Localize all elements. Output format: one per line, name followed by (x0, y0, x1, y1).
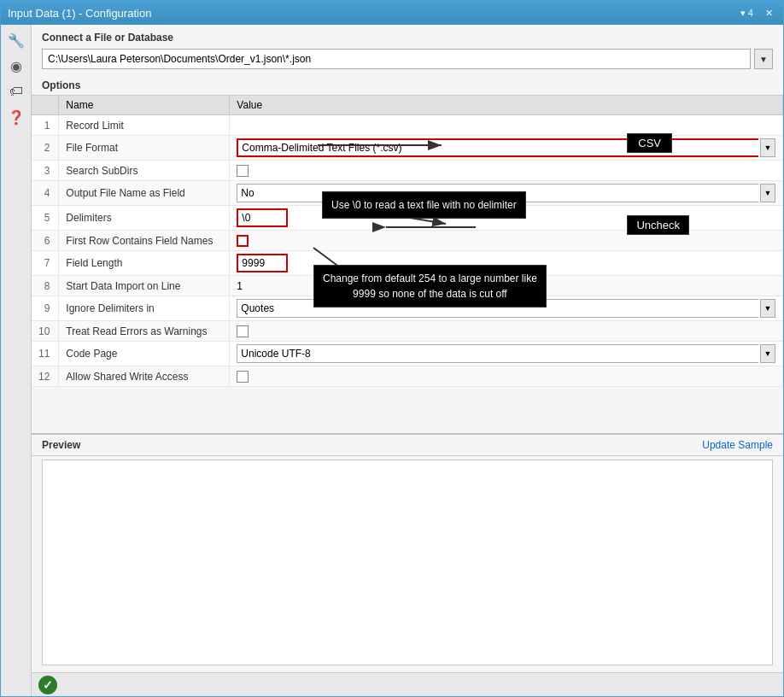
delimiters-input[interactable] (237, 208, 288, 227)
row-name: Allow Shared Write Access (59, 366, 230, 387)
row-name: Delimiters (59, 206, 230, 231)
first-row-cell (237, 235, 775, 247)
preview-section: Preview Update Sample (32, 433, 783, 672)
uncheck-annotation: Uncheck (627, 215, 689, 235)
row-num: 1 (32, 115, 59, 136)
row-value (230, 231, 783, 251)
bottom-bar: ✓ (32, 672, 783, 696)
row-name: Ignore Delimiters in (59, 296, 230, 321)
row-num: 6 (32, 231, 59, 251)
code-page-dropdown[interactable]: Unicode UTF-8 ▼ (237, 344, 775, 363)
row-value: Comma-Delimited Text Files (*.csv) ▼ (230, 136, 783, 161)
file-format-dropdown-btn[interactable]: ▼ (760, 138, 775, 157)
field-length-input[interactable] (237, 254, 288, 272)
left-toolbar: 🔧 ◉ 🏷 ❓ (1, 25, 32, 696)
treat-read-errors-cell (237, 325, 775, 337)
connect-section: Connect a File or Database ▼ (32, 25, 783, 76)
row-value: Unicode UTF-8 ▼ (230, 342, 783, 366)
table-row: 1 Record Limit (32, 115, 783, 136)
row-name: Record Limit (59, 115, 230, 136)
row-name: Output File Name as Field (59, 181, 230, 206)
status-icon: ✓ (38, 676, 57, 694)
row-num: 12 (32, 366, 59, 387)
main-window: Input Data (1) - Configuration ▾ 4 ✕ 🔧 ◉… (0, 0, 784, 697)
row-num: 11 (32, 342, 59, 366)
row-value (230, 366, 783, 387)
code-page-dropdown-btn[interactable]: ▼ (760, 344, 775, 363)
file-path-input[interactable] (42, 49, 751, 69)
options-section: Options Name Value (32, 76, 783, 433)
col-value: Value (230, 96, 783, 115)
wrench-icon[interactable]: 🔧 (6, 30, 26, 50)
row-name: Treat Read Errors as Warnings (59, 321, 230, 342)
content-area: Connect a File or Database ▼ Options Nam… (32, 25, 783, 696)
row-num: 4 (32, 181, 59, 206)
table-row: 12 Allow Shared Write Access (32, 366, 783, 387)
row-name: Search SubDirs (59, 161, 230, 181)
row-name: Start Data Import on Line (59, 276, 230, 296)
col-name: Name (59, 96, 230, 115)
title-controls: ▾ 4 ✕ (737, 8, 776, 19)
file-path-dropdown-btn[interactable]: ▼ (754, 49, 773, 69)
file-format-dropdown[interactable]: Comma-Delimited Text Files (*.csv) ▼ (237, 138, 775, 157)
title-bar: Input Data (1) - Configuration ▾ 4 ✕ (1, 1, 783, 25)
connect-label: Connect a File or Database (42, 32, 773, 44)
preview-area (42, 460, 773, 665)
row-name: File Format (59, 136, 230, 161)
row-name: Code Page (59, 342, 230, 366)
treat-read-errors-checkbox[interactable] (237, 325, 249, 337)
file-path-row: ▼ (42, 49, 773, 69)
preview-label: Preview (42, 439, 80, 451)
col-num (32, 96, 59, 115)
row-value (230, 321, 783, 342)
output-filename-dropdown-btn[interactable]: ▼ (760, 184, 775, 202)
search-subdirs-cell (237, 165, 775, 177)
main-content: 🔧 ◉ 🏷 ❓ Connect a File or Database ▼ Opt… (1, 25, 783, 696)
row-name: Field Length (59, 251, 230, 276)
allow-shared-write-checkbox[interactable] (237, 371, 249, 383)
row-value (230, 115, 783, 136)
help-icon[interactable]: ❓ (6, 107, 26, 127)
options-label: Options (32, 76, 783, 95)
row-name: First Row Contains Field Names (59, 231, 230, 251)
options-table-container: Name Value 1 Record Limit (32, 95, 783, 433)
csv-annotation: CSV (627, 133, 672, 153)
field-length-annotation: Change from default 254 to a large numbe… (313, 265, 547, 308)
close-button[interactable]: ✕ (762, 8, 776, 19)
allow-shared-write-cell (237, 371, 775, 383)
ignore-delimiters-dropdown-btn[interactable]: ▼ (760, 299, 775, 318)
preview-header: Preview Update Sample (32, 435, 783, 456)
row-num: 2 (32, 136, 59, 161)
file-format-text: Comma-Delimited Text Files (*.csv) (237, 138, 758, 157)
row-value (230, 161, 783, 181)
table-row: 10 Treat Read Errors as Warnings (32, 321, 783, 342)
window-title: Input Data (1) - Configuration (8, 7, 151, 20)
row-num: 3 (32, 161, 59, 181)
circle-icon[interactable]: ◉ (6, 56, 26, 76)
first-row-checkbox[interactable] (237, 235, 249, 247)
row-num: 8 (32, 276, 59, 296)
row-num: 10 (32, 321, 59, 342)
table-row: 11 Code Page Unicode UTF-8 ▼ (32, 342, 783, 366)
update-sample-link[interactable]: Update Sample (702, 439, 773, 451)
row-num: 5 (32, 206, 59, 231)
search-subdirs-checkbox[interactable] (237, 165, 249, 177)
code-page-text: Unicode UTF-8 (237, 344, 758, 363)
use-zero-annotation: Use \0 to read a text file with no delim… (322, 191, 526, 219)
table-row: 3 Search SubDirs (32, 161, 783, 181)
row-num: 7 (32, 251, 59, 276)
tag-icon[interactable]: 🏷 (6, 81, 26, 102)
pin-button[interactable]: ▾ 4 (737, 8, 757, 19)
row-num: 9 (32, 296, 59, 321)
